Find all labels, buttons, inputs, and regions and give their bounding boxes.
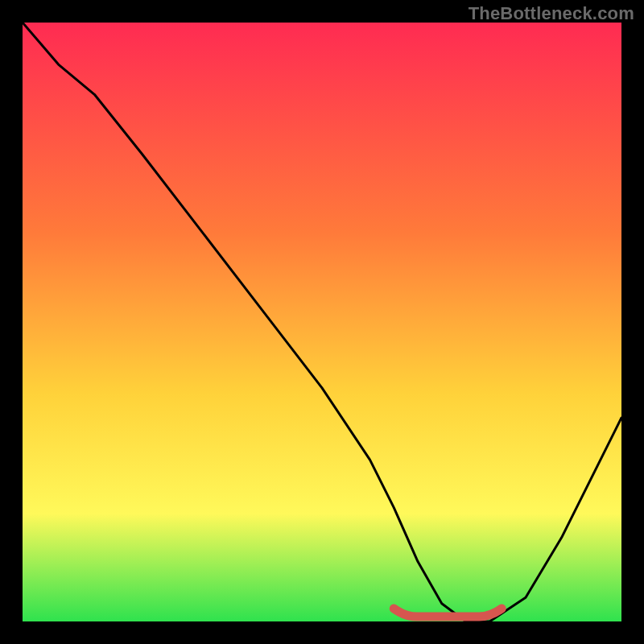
bottleneck-chart xyxy=(23,23,621,621)
watermark-text: TheBottleneck.com xyxy=(469,3,634,24)
chart-frame xyxy=(23,23,621,621)
gradient-background xyxy=(23,23,621,621)
